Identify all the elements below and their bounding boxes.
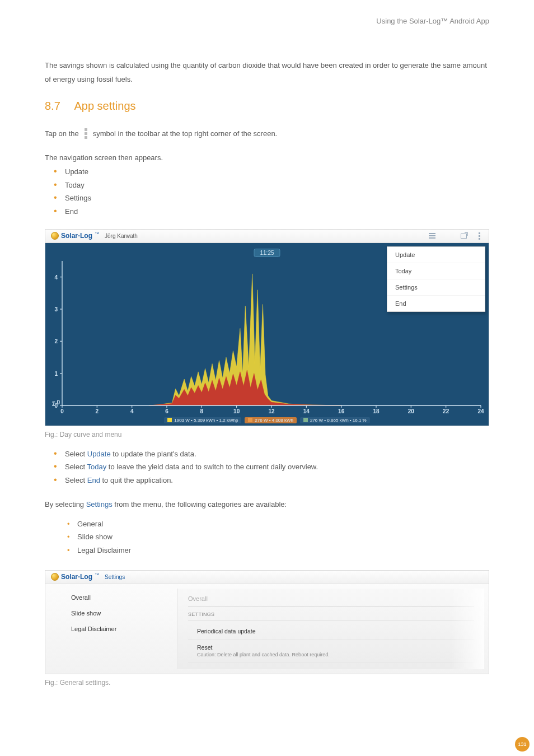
nav-item: Today — [54, 179, 489, 192]
grid-icon[interactable] — [444, 232, 452, 240]
svg-text:20: 20 — [408, 408, 415, 414]
svg-text:10: 10 — [233, 408, 240, 414]
svg-text:16: 16 — [338, 408, 345, 414]
overflow-icon[interactable] — [475, 232, 483, 240]
svg-text:0: 0 — [60, 408, 64, 414]
settings-categories: General Slide show Legal Disclaimer — [45, 517, 489, 557]
nav-intro: The navigation screen then appears. — [45, 153, 489, 162]
svg-text:1: 1 — [54, 371, 58, 377]
nav-list: Update Today Settings End — [45, 165, 489, 218]
svg-text:24: 24 — [477, 408, 484, 414]
svg-text:14: 14 — [303, 408, 310, 414]
breadcrumb: Settings — [105, 574, 125, 580]
svg-text:4: 4 — [54, 274, 58, 281]
nav-item: Update — [54, 165, 489, 178]
svg-text:8: 8 — [200, 408, 204, 414]
settings-sidebar: Overall Slide show Legal Disclaimer — [45, 584, 177, 674]
sidebar-item-legal[interactable]: Legal Disclaimer — [71, 621, 164, 637]
menu-item-update[interactable]: Update — [387, 247, 485, 263]
section-title: App settings — [74, 100, 135, 112]
figure-caption: Fig.: Day curve and menu — [45, 431, 489, 438]
figure-caption: Fig.: General settings. — [45, 679, 489, 687]
list-item: Select Today to leave the yield data and… — [54, 460, 489, 473]
svg-text:12: 12 — [268, 408, 275, 414]
screenshot-settings: Solar-Log™ Settings Overall Slide show L… — [45, 570, 489, 674]
panel-heading: Overall — [188, 594, 474, 607]
section-heading: 8.7 App settings — [45, 100, 489, 113]
menu-item-end[interactable]: End — [387, 296, 485, 311]
page-header: Using the Solar-Log™ Android App — [45, 17, 489, 25]
svg-text:18: 18 — [373, 408, 380, 414]
svg-text:3: 3 — [54, 306, 58, 312]
instruction-list: Select Update to update the plant's data… — [45, 447, 489, 487]
setting-reset[interactable]: Reset Caution: Delete all plant and cach… — [188, 640, 474, 662]
settings-panel: Overall SETTINGS Periodical data update … — [177, 589, 484, 669]
page-number-badge: 131 — [515, 737, 530, 752]
nav-item: End — [54, 205, 489, 218]
svg-text:6: 6 — [165, 408, 168, 414]
panel-subheading: SETTINGS — [188, 610, 474, 621]
screenshot-day-curve: Solar-Log™ Jörg Karwath 11:25 Update Tod… — [45, 229, 489, 426]
sidebar-item-overall[interactable]: Overall — [71, 590, 164, 605]
menu-item-settings[interactable]: Settings — [387, 279, 485, 296]
list-item: Legal Disclaimer — [67, 544, 489, 557]
svg-text:0: 0 — [57, 399, 60, 405]
dropdown-menu: Update Today Settings End — [387, 246, 485, 312]
settings-toolbar: Solar-Log™ Settings — [45, 571, 489, 584]
svg-text:22: 22 — [443, 408, 449, 414]
app-logo: Solar-Log™ — [51, 232, 99, 240]
open-external-icon[interactable] — [460, 232, 467, 240]
menu-item-today[interactable]: Today — [387, 263, 485, 279]
list-item: General — [67, 517, 489, 530]
svg-text:2: 2 — [54, 338, 58, 344]
list-item: Select End to quit the application. — [54, 474, 489, 487]
setting-periodical-update[interactable]: Periodical data update — [188, 623, 474, 640]
nav-item: Settings — [54, 192, 489, 204]
logo-icon — [51, 573, 59, 581]
sidebar-item-slideshow[interactable]: Slide show — [71, 605, 164, 621]
plant-name: Jörg Karwath — [105, 233, 138, 239]
tap-line: Tap on the symbol in the toolbar at the … — [45, 126, 489, 141]
list-item: Select Update to update the plant's data… — [54, 447, 489, 460]
hamburger-icon[interactable] — [428, 232, 436, 240]
svg-text:4: 4 — [130, 408, 134, 414]
svg-text:Σ: Σ — [52, 401, 55, 407]
app-toolbar: Solar-Log™ Jörg Karwath — [45, 230, 489, 243]
chart-legend: 1903 W • 5.309 kWh • 1.2 kWhp 276 W • 4.… — [45, 417, 489, 423]
overflow-icon — [82, 126, 90, 141]
intro-paragraph: The savings shown is calculated using th… — [45, 59, 489, 86]
app-logo: Solar-Log™ — [51, 573, 99, 581]
logo-icon — [51, 232, 59, 240]
list-item: Slide show — [67, 530, 489, 543]
section-number: 8.7 — [45, 100, 72, 113]
svg-text:2: 2 — [96, 408, 99, 414]
settings-paragraph: By selecting Settings from the menu, the… — [45, 498, 489, 512]
